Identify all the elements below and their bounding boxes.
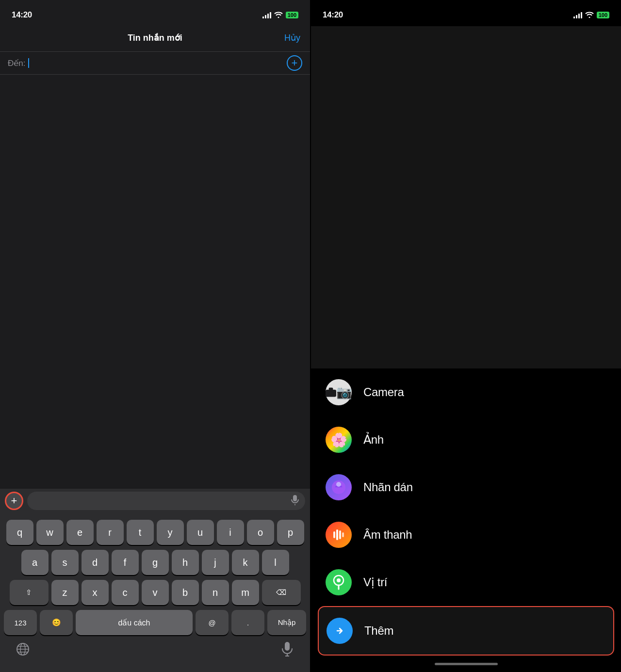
cancel-button[interactable]: Hủy: [284, 32, 300, 43]
status-icons-right: 100: [573, 11, 609, 19]
key-emoji[interactable]: 😊: [40, 610, 73, 635]
attachment-menu: 📷 Camera 🌸 Ảnh Nhãn dán: [311, 368, 621, 656]
key-u[interactable]: u: [187, 520, 214, 545]
text-cursor: [28, 58, 29, 68]
key-l[interactable]: l: [262, 550, 289, 575]
menu-item-sticker[interactable]: Nhãn dán: [326, 464, 606, 511]
key-k[interactable]: k: [232, 550, 259, 575]
key-h[interactable]: h: [172, 550, 199, 575]
status-bar-left: 14:20 100: [0, 0, 310, 26]
key-g[interactable]: g: [142, 550, 169, 575]
menu-item-photos[interactable]: 🌸 Ảnh: [326, 416, 606, 464]
key-t[interactable]: t: [127, 520, 154, 545]
signal-bar-r2: [576, 15, 577, 18]
key-a[interactable]: a: [21, 550, 49, 575]
menu-item-location[interactable]: Vị trí: [326, 559, 606, 606]
camera-icon: 📷: [326, 379, 352, 405]
key-r[interactable]: r: [97, 520, 124, 545]
key-p[interactable]: p: [277, 520, 304, 545]
location-label: Vị trí: [363, 576, 387, 589]
key-x[interactable]: x: [82, 580, 109, 605]
signal-bar-r3: [578, 14, 580, 18]
key-o[interactable]: o: [247, 520, 274, 545]
attachment-plus-button[interactable]: +: [5, 492, 23, 510]
sticker-icon: [326, 474, 352, 500]
wifi-icon-right: [585, 11, 594, 19]
status-bar-right: 14:20 100: [311, 0, 621, 26]
key-j[interactable]: j: [202, 550, 229, 575]
svg-rect-5: [285, 642, 290, 651]
wifi-icon: [274, 11, 283, 19]
svg-rect-15: [339, 530, 341, 539]
menu-item-audio[interactable]: Âm thanh: [326, 511, 606, 559]
plus-icon-toolbar: +: [11, 496, 17, 506]
key-row-2: a s d f g h j k l: [4, 550, 306, 575]
key-z[interactable]: z: [51, 580, 79, 605]
key-q[interactable]: q: [6, 520, 33, 545]
battery-icon: 100: [286, 12, 298, 18]
key-d[interactable]: d: [82, 550, 109, 575]
sticker-label: Nhãn dán: [363, 480, 413, 494]
audio-label: Âm thanh: [363, 528, 412, 542]
keyboard-rows: q w e r t y u i o p a s d f g h j k: [3, 520, 307, 635]
key-v[interactable]: v: [142, 580, 169, 605]
plus-icon: +: [292, 58, 298, 68]
key-row-3: ⇧ z x c v b n m ⌫: [4, 580, 306, 605]
key-delete[interactable]: ⌫: [262, 580, 301, 605]
key-b[interactable]: b: [172, 580, 199, 605]
audio-icon: [326, 522, 352, 548]
mic-button-bottom[interactable]: [277, 639, 297, 659]
key-i[interactable]: i: [217, 520, 244, 545]
key-y[interactable]: y: [157, 520, 184, 545]
signal-bar-4: [270, 12, 271, 18]
key-space[interactable]: dấu cách: [76, 610, 193, 635]
key-w[interactable]: w: [36, 520, 64, 545]
keyboard-toolbar: +: [0, 489, 310, 515]
nav-bar: Tin nhắn mới Hủy: [0, 26, 310, 51]
key-e[interactable]: e: [66, 520, 94, 545]
signal-bar-2: [265, 15, 266, 18]
keyboard: q w e r t y u i o p a s d f g h j k: [0, 515, 310, 672]
signal-bar-r1: [573, 16, 575, 18]
right-panel: 14:20 100: [311, 0, 621, 672]
mic-icon-input: [291, 495, 299, 508]
signal-bar-1: [262, 16, 264, 18]
key-at[interactable]: @: [196, 610, 229, 635]
left-panel: 14:20 100 Tin nhắn mới Hủy Đến: +: [0, 0, 310, 672]
add-recipient-button[interactable]: +: [287, 55, 302, 71]
to-field[interactable]: Đến: +: [0, 51, 310, 75]
key-n[interactable]: n: [202, 580, 229, 605]
menu-item-more[interactable]: Thêm: [318, 606, 614, 656]
key-m[interactable]: m: [232, 580, 259, 605]
key-period[interactable]: .: [231, 610, 264, 635]
keyboard-bottom-bar: [3, 635, 307, 669]
key-shift[interactable]: ⇧: [10, 580, 49, 605]
blurred-background: [311, 26, 621, 368]
menu-item-camera[interactable]: 📷 Camera: [326, 368, 606, 416]
svg-rect-13: [333, 531, 335, 538]
svg-point-18: [337, 578, 341, 582]
photos-label: Ảnh: [363, 433, 384, 447]
key-numbers[interactable]: 123: [4, 610, 37, 635]
globe-button[interactable]: [13, 639, 33, 659]
key-c[interactable]: c: [112, 580, 139, 605]
key-row-4: 123 😊 dấu cách @ . Nhập: [4, 610, 306, 635]
message-area[interactable]: [0, 75, 310, 489]
to-label: Đến:: [8, 58, 25, 68]
photos-icon: 🌸: [326, 427, 352, 453]
home-indicator: [311, 656, 621, 672]
camera-label: Camera: [363, 385, 404, 399]
battery-icon-right: 100: [597, 12, 609, 18]
svg-rect-16: [342, 532, 344, 537]
key-return[interactable]: Nhập: [267, 610, 306, 635]
message-input[interactable]: [27, 492, 305, 510]
signal-bar-3: [267, 14, 269, 18]
nav-title: Tin nhắn mới: [128, 32, 182, 43]
key-s[interactable]: s: [51, 550, 79, 575]
status-icons-left: 100: [262, 11, 298, 19]
signal-icon-right: [573, 12, 582, 18]
time-right: 14:20: [323, 10, 343, 20]
key-f[interactable]: f: [112, 550, 139, 575]
svg-rect-10: [329, 387, 333, 390]
time-left: 14:20: [12, 10, 32, 20]
